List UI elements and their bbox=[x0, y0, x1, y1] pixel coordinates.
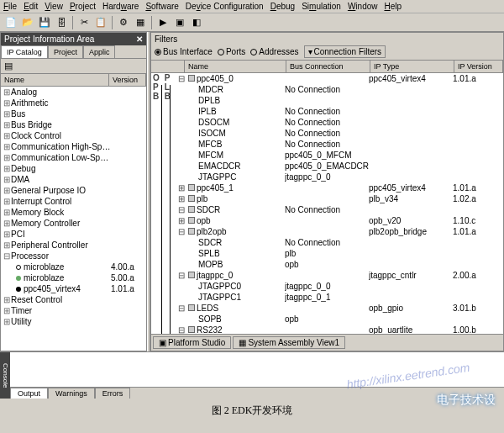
menu-file[interactable]: File bbox=[3, 2, 17, 11]
gcol-type[interactable]: IP Type bbox=[370, 61, 454, 72]
console-output[interactable] bbox=[10, 352, 504, 387]
menu-bar: File Edit View Project Hardware Software… bbox=[0, 0, 504, 13]
gcol-conn[interactable]: Bus Connection bbox=[286, 61, 370, 72]
tree-item[interactable]: ⊞Communication High-Speed bbox=[1, 141, 146, 152]
menu-window[interactable]: Window bbox=[348, 2, 378, 11]
tree-item[interactable]: ⊞Utility bbox=[1, 316, 146, 327]
open-icon[interactable]: 📂 bbox=[20, 15, 35, 30]
tree-item[interactable]: ⊞Debug bbox=[1, 163, 146, 174]
tree-header: Name Version bbox=[1, 74, 146, 87]
grid-row-top[interactable]: ⊟ppc405_0ppc405_virtex41.01.a bbox=[151, 73, 503, 84]
tab-errors[interactable]: Errors bbox=[95, 388, 131, 399]
menu-project[interactable]: Project bbox=[70, 2, 96, 11]
panel-title: Project Information Area bbox=[4, 34, 94, 44]
gcol-ver[interactable]: IP Version bbox=[454, 61, 503, 72]
tab-project[interactable]: Project bbox=[48, 45, 83, 58]
new-icon[interactable]: 📄 bbox=[3, 15, 18, 30]
tree-item[interactable]: ⊞Communication Low-Speed bbox=[1, 152, 146, 163]
grid-row-child[interactable]: JTAGPPC1jtagppc_0_1 bbox=[151, 292, 503, 303]
grid-row-child[interactable]: JTAGPPC0jtagppc_0_0 bbox=[151, 281, 503, 292]
save-icon[interactable]: 💾 bbox=[37, 15, 52, 30]
tree-item[interactable]: ⊞Interrupt Control bbox=[1, 196, 146, 207]
grid-row-child[interactable]: DPLB bbox=[151, 95, 503, 106]
tree-item-child[interactable]: microblaze5.00.a bbox=[1, 272, 146, 283]
console-side-label: Console bbox=[0, 352, 10, 399]
menu-edit[interactable]: Edit bbox=[24, 2, 38, 11]
tree-tool-icon[interactable]: ▤ bbox=[3, 61, 14, 72]
tool5-icon[interactable]: ◧ bbox=[189, 15, 204, 30]
tree-item[interactable]: ⊞Memory Block bbox=[1, 207, 146, 218]
tool3-icon[interactable]: ▶ bbox=[155, 15, 171, 30]
tree-item[interactable]: ⊞Bus bbox=[1, 108, 146, 119]
grid-row-top[interactable]: ⊟SDCRNo Connection bbox=[151, 204, 503, 215]
cut-icon[interactable]: ✂ bbox=[76, 15, 92, 30]
tree-item[interactable]: ⊞Reset Control bbox=[1, 294, 146, 305]
menu-device-config[interactable]: Device Configuration bbox=[186, 2, 264, 11]
radio-ports[interactable]: Ports bbox=[218, 47, 245, 56]
grid-row-top[interactable]: ⊟plb2opbplb2opb_bridge1.01.a bbox=[151, 226, 503, 237]
tree-item[interactable]: ⊞Arithmetic bbox=[1, 98, 146, 108]
close-icon[interactable]: ✕ bbox=[136, 34, 143, 44]
grid-row-top[interactable]: ⊟LEDSopb_gpio3.01.b bbox=[151, 303, 503, 314]
tree-item-child[interactable]: microblaze4.00.a bbox=[1, 261, 146, 272]
tree-item[interactable]: ⊟Processor bbox=[1, 251, 146, 261]
connection-filters-button[interactable]: ▾ Connection Filters bbox=[304, 45, 386, 58]
grid-row-child[interactable]: IPLBNo Connection bbox=[151, 106, 503, 117]
tool4-icon[interactable]: ▣ bbox=[172, 15, 187, 30]
bus-label-opb: OPB bbox=[153, 73, 160, 101]
grid-row-top[interactable]: ⊟jtagppc_0jtagppc_cntlr2.00.a bbox=[151, 270, 503, 281]
grid-row-top[interactable]: ⊞opbopb_v201.10.c bbox=[151, 215, 503, 226]
copy-icon[interactable]: 📋 bbox=[93, 15, 108, 30]
save-all-icon[interactable]: 🗄 bbox=[54, 15, 69, 30]
grid-row-child[interactable]: SDCRNo Connection bbox=[151, 237, 503, 248]
tree-item[interactable]: ⊞PCI bbox=[1, 229, 146, 240]
filter-icon: ▾ bbox=[308, 47, 312, 56]
tree-item[interactable]: ⊞Timer bbox=[1, 305, 146, 316]
grid-row-child[interactable]: MFCMppc405_0_MFCM bbox=[151, 150, 503, 161]
grid-row-child[interactable]: SPLBplb bbox=[151, 248, 503, 259]
console-panel: Console Output Warnings Errors bbox=[0, 351, 504, 399]
tree-item[interactable]: ⊞Bus Bridge bbox=[1, 119, 146, 130]
col-version[interactable]: Version bbox=[109, 74, 146, 86]
grid-row-top[interactable]: ⊟RS232opb_uartlite1.00.b bbox=[151, 325, 503, 334]
assembly-grid[interactable]: OPB PLB ⊟ppc405_0ppc405_virtex41.01.aMDC… bbox=[151, 73, 503, 334]
tree-item[interactable]: ⊞Analog bbox=[1, 87, 146, 98]
tab-applic[interactable]: Applic bbox=[83, 45, 116, 58]
tool-icon[interactable]: ⚙ bbox=[116, 15, 131, 30]
radio-addresses[interactable]: Addresses bbox=[250, 47, 298, 56]
tab-ip-catalog[interactable]: IP Catalog bbox=[1, 45, 48, 58]
menu-help[interactable]: Help bbox=[384, 2, 402, 11]
grid-row-child[interactable]: MDCRNo Connection bbox=[151, 84, 503, 95]
grid-row-top[interactable]: ⊞plbplb_v341.02.a bbox=[151, 193, 503, 204]
grid-row-child[interactable]: JTAGPPCjtagppc_0_0 bbox=[151, 172, 503, 182]
bus-label-plb: PLB bbox=[165, 73, 171, 101]
tree-item-child[interactable]: ppc405_virtex41.01.a bbox=[1, 283, 146, 294]
tab-output[interactable]: Output bbox=[10, 388, 48, 399]
tab-system-assembly[interactable]: ▦System Assembly View1 bbox=[233, 336, 345, 349]
menu-view[interactable]: View bbox=[45, 2, 63, 11]
tree-item[interactable]: ⊞Memory Controller bbox=[1, 218, 146, 229]
tab-warnings[interactable]: Warnings bbox=[48, 388, 95, 399]
grid-row-child[interactable]: EMACDCRppc405_0_EMACDCR bbox=[151, 161, 503, 172]
grid-row-child[interactable]: SOPBopb bbox=[151, 314, 503, 325]
grid-row-child[interactable]: MFCBNo Connection bbox=[151, 139, 503, 150]
tree-item[interactable]: ⊞DMA bbox=[1, 174, 146, 185]
tool2-icon[interactable]: ▦ bbox=[133, 15, 148, 30]
menu-simulation[interactable]: Simulation bbox=[302, 2, 341, 11]
col-name[interactable]: Name bbox=[1, 74, 109, 86]
tree-item[interactable]: ⊞General Purpose IO bbox=[1, 185, 146, 196]
menu-debug[interactable]: Debug bbox=[270, 2, 295, 11]
grid-row-top[interactable]: ⊞ppc405_1ppc405_virtex41.01.a bbox=[151, 182, 503, 193]
menu-software[interactable]: Software bbox=[145, 2, 178, 11]
radio-bus-interface[interactable]: Bus Interface bbox=[155, 47, 213, 56]
tree-item[interactable]: ⊞Peripheral Controller bbox=[1, 240, 146, 251]
grid-row-child[interactable]: ISOCMNo Connection bbox=[151, 128, 503, 139]
grid-row-child[interactable]: MOPBopb bbox=[151, 259, 503, 270]
assembly-panel: Filters Bus Interface Ports Addresses ▾ … bbox=[150, 32, 504, 351]
menu-hardware[interactable]: Hardware bbox=[102, 2, 139, 11]
grid-row-child[interactable]: DSOCMNo Connection bbox=[151, 117, 503, 128]
tab-platform-studio[interactable]: ▣Platform Studio bbox=[153, 336, 231, 349]
ip-catalog-tree[interactable]: ⊞Analog⊞Arithmetic⊞Bus⊞Bus Bridge⊞Clock … bbox=[1, 87, 146, 351]
tree-item[interactable]: ⊞Clock Control bbox=[1, 130, 146, 141]
gcol-name[interactable]: Name bbox=[185, 61, 286, 72]
